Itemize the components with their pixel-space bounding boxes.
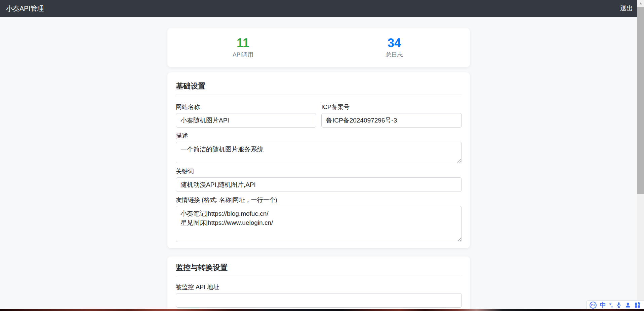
page-content: 11 API调用 34 总日志 基础设置 网站名称 ICP备案号	[0, 17, 637, 311]
site-name-input[interactable]	[176, 113, 316, 128]
keywords-field-group: 关键词	[176, 167, 462, 192]
punctuation-mode-icon[interactable]: °,	[609, 302, 612, 308]
app-title: 小奏API管理	[6, 4, 44, 13]
description-field-group: 描述 一个简洁的随机图片服务系统	[176, 132, 462, 163]
friend-links-label: 友情链接 (格式: 名称|网址，一行一个)	[176, 196, 462, 204]
stats-card: 11 API调用 34 总日志	[167, 28, 470, 67]
monitored-api-field-group: 被监控 API 地址	[176, 283, 462, 308]
vertical-scrollbar[interactable]	[637, 0, 644, 311]
basic-settings-card: 基础设置 网站名称 ICP备案号 描述 一个简洁的随机图片服	[167, 72, 470, 248]
chinese-mode-icon[interactable]: 中	[600, 302, 606, 308]
ifly-logo-text: iFLY	[591, 304, 595, 306]
divider	[176, 95, 462, 95]
user-icon[interactable]	[625, 302, 631, 308]
friend-links-textarea[interactable]: 小奏笔记|https://blog.mofuc.cn/ 星见图床|https:/…	[176, 206, 462, 242]
stat-api-calls-value: 11	[237, 37, 249, 49]
ifly-logo-icon[interactable]: iFLY	[590, 302, 597, 309]
icp-field-group: ICP备案号	[321, 103, 462, 128]
arrow-up-icon	[639, 2, 642, 4]
divider	[176, 276, 462, 276]
keywords-input[interactable]	[176, 177, 462, 192]
basic-settings-title: 基础设置	[176, 82, 462, 91]
description-textarea[interactable]: 一个简洁的随机图片服务系统	[176, 142, 462, 163]
monitored-api-label: 被监控 API 地址	[176, 283, 462, 291]
friend-links-field-group: 友情链接 (格式: 名称|网址，一行一个) 小奏笔记|https://blog.…	[176, 196, 462, 242]
apps-grid-icon[interactable]	[634, 302, 641, 308]
desktop-wallpaper-strip	[0, 309, 644, 311]
monitor-settings-title: 监控与转换设置	[176, 263, 462, 272]
keywords-label: 关键词	[176, 167, 462, 175]
site-name-field-group: 网站名称	[176, 103, 316, 128]
stat-api-calls: 11 API调用	[167, 28, 319, 67]
stat-total-logs-label: 总日志	[386, 51, 403, 59]
microphone-icon[interactable]	[616, 302, 622, 308]
stat-total-logs-value: 34	[388, 37, 401, 49]
monitored-api-input[interactable]	[176, 293, 462, 308]
stat-api-calls-label: API调用	[233, 51, 253, 59]
main-container: 11 API调用 34 总日志 基础设置 网站名称 ICP备案号	[167, 28, 470, 311]
monitor-settings-card: 监控与转换设置 被监控 API 地址	[167, 256, 470, 311]
description-label: 描述	[176, 132, 462, 140]
scrollbar-thumb[interactable]	[637, 7, 644, 194]
icp-input[interactable]	[321, 113, 462, 128]
site-name-label: 网站名称	[176, 103, 316, 111]
icp-label: ICP备案号	[321, 103, 462, 111]
basic-settings-form: 网站名称 ICP备案号 描述 一个简洁的随机图片服务系统	[176, 103, 462, 242]
logout-link[interactable]: 退出	[620, 4, 633, 13]
top-navbar: 小奏API管理 退出	[0, 0, 637, 17]
scrollbar-up-button[interactable]	[637, 0, 644, 7]
stat-total-logs: 34 总日志	[319, 28, 470, 67]
